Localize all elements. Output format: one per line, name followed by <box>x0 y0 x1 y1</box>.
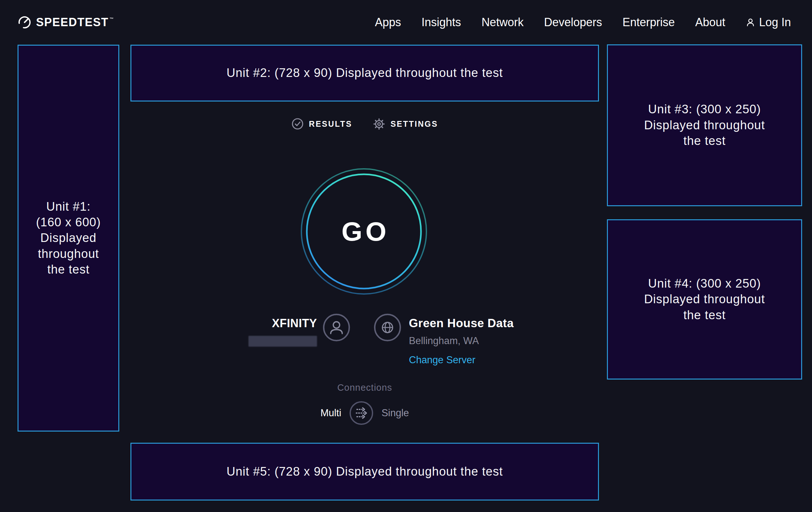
ad-text: Unit #3: (300 x 250) Displayed throughou… <box>644 102 765 149</box>
nav-item-developers[interactable]: Developers <box>544 16 602 29</box>
ad-unit-4-rectangle[interactable]: Unit #4: (300 x 250) Displayed throughou… <box>607 219 802 380</box>
logo-trademark: ™ <box>110 17 114 21</box>
results-settings-tabs: RESULTS <box>130 118 599 130</box>
isp-ip-redacted <box>249 336 317 347</box>
isp-name: XFINITY <box>272 317 317 330</box>
nav-item-enterprise[interactable]: Enterprise <box>622 16 675 29</box>
ad-text: Unit #4: (300 x 250) Displayed throughou… <box>644 276 765 323</box>
top-nav-bar: SPEEDTEST™ Apps Insights Network Develop… <box>0 0 812 45</box>
tab-settings-label: SETTINGS <box>390 119 438 129</box>
server-location: Bellingham, WA <box>409 335 479 347</box>
login-button[interactable]: Log In <box>746 16 791 29</box>
globe-oval-icon <box>374 314 401 342</box>
connections-single-option[interactable]: Single <box>381 407 409 419</box>
isp-info: XFINITY <box>249 314 350 347</box>
isp-texts: XFINITY <box>249 314 317 347</box>
ad-unit-2-leaderboard[interactable]: Unit #2: (728 x 90) Displayed throughout… <box>130 45 599 102</box>
connections-toggle-icon[interactable] <box>349 401 374 426</box>
check-circle-icon <box>291 118 303 130</box>
logo-text: SPEEDTEST™ <box>36 17 114 28</box>
ad-text: Unit #5: (728 x 90) Displayed throughout… <box>227 464 503 480</box>
connections-section: Connections Multi Single <box>130 382 599 426</box>
gear-icon <box>373 118 385 130</box>
ad-unit-3-rectangle[interactable]: Unit #3: (300 x 250) Displayed throughou… <box>607 44 802 206</box>
login-label: Log In <box>759 16 791 29</box>
change-server-link[interactable]: Change Server <box>409 354 475 366</box>
connections-toggle-row: Multi Single <box>321 401 409 426</box>
ad-text: Unit #1: (160 x 600) Displayed throughou… <box>36 199 101 278</box>
page-root: SPEEDTEST™ Apps Insights Network Develop… <box>0 0 812 512</box>
connections-multi-option[interactable]: Multi <box>321 407 341 419</box>
tab-results[interactable]: RESULTS <box>291 118 352 130</box>
nav-item-apps[interactable]: Apps <box>375 16 401 29</box>
ad-unit-1-skyscraper[interactable]: Unit #1: (160 x 600) Displayed throughou… <box>18 45 119 432</box>
go-button-label: GO <box>300 168 428 295</box>
nav-item-insights[interactable]: Insights <box>422 16 461 29</box>
main-navigation: Apps Insights Network Developers Enterpr… <box>375 16 791 29</box>
user-icon <box>746 18 755 27</box>
ad-text: Unit #2: (728 x 90) Displayed throughout… <box>227 65 503 81</box>
nav-item-network[interactable]: Network <box>482 16 524 29</box>
tab-settings[interactable]: SETTINGS <box>373 118 438 130</box>
speedtest-gauge-icon <box>18 16 31 29</box>
ad-unit-5-leaderboard[interactable]: Unit #5: (728 x 90) Displayed throughout… <box>130 443 599 501</box>
nav-item-about[interactable]: About <box>695 16 725 29</box>
server-texts: Green House Data Bellingham, WA Change S… <box>409 314 514 366</box>
tab-results-label: RESULTS <box>309 119 352 129</box>
server-info: Green House Data Bellingham, WA Change S… <box>374 314 514 366</box>
user-oval-icon <box>323 314 350 342</box>
speedtest-logo[interactable]: SPEEDTEST™ <box>18 16 114 29</box>
connections-label: Connections <box>337 382 392 393</box>
go-button[interactable]: GO <box>300 168 428 295</box>
server-name: Green House Data <box>409 317 514 330</box>
